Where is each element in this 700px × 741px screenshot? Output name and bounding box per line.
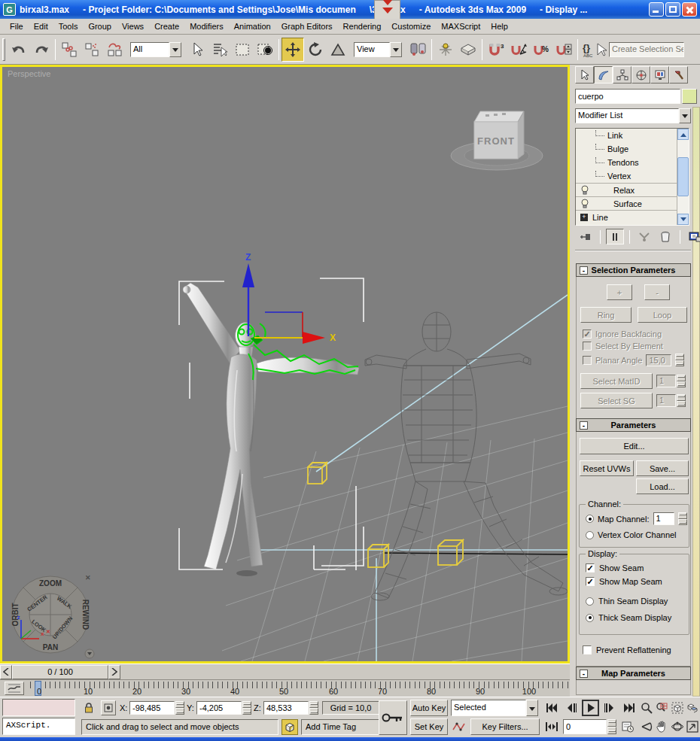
select-and-rotate-button[interactable] — [304, 38, 327, 62]
menu-graph-editors[interactable]: Graph Editors — [276, 20, 338, 32]
tab-modify[interactable] — [594, 66, 613, 84]
collapse-icon[interactable]: - — [580, 421, 588, 430]
tab-display[interactable] — [650, 66, 669, 84]
time-configuration-button[interactable] — [619, 718, 636, 735]
time-slider-prev-icon[interactable] — [0, 665, 12, 679]
tab-hierarchy[interactable] — [613, 66, 632, 84]
play-button[interactable] — [582, 700, 599, 716]
expand-icon[interactable]: + — [580, 214, 588, 221]
orbit-button[interactable] — [670, 718, 685, 735]
stack-item-bulge[interactable]: Bulge — [576, 142, 689, 156]
matid-spinner[interactable] — [677, 375, 686, 387]
track-bar[interactable]: 0 10 20 30 40 50 60 70 80 90 100 — [0, 679, 570, 697]
ring-button[interactable]: Ring — [580, 307, 632, 323]
sg-spinner[interactable] — [677, 394, 686, 407]
edit-button[interactable]: Edit... — [580, 438, 689, 454]
zoom-extents-button[interactable] — [670, 700, 685, 716]
menu-customize[interactable]: Customize — [386, 20, 436, 32]
selection-filter-dropdown[interactable]: All — [130, 42, 181, 57]
go-to-start-button[interactable] — [543, 700, 560, 716]
map-channel-field[interactable]: 1 — [653, 512, 674, 525]
object-name-input[interactable] — [575, 89, 680, 104]
close-button[interactable] — [682, 2, 697, 17]
mini-curve-editor-button[interactable] — [5, 682, 24, 695]
zoom-all-button[interactable] — [654, 700, 669, 716]
remove-modifier-button[interactable] — [656, 229, 674, 244]
snap-toggle-3d-button[interactable]: 3 — [485, 38, 507, 62]
select-by-name-button[interactable] — [208, 38, 231, 62]
frame-spinner[interactable] — [607, 719, 616, 734]
x-spinner[interactable] — [175, 701, 184, 715]
isolate-cube-icon[interactable] — [282, 719, 298, 735]
go-to-end-button[interactable] — [620, 700, 638, 716]
grow-selection-button[interactable]: + — [607, 284, 632, 300]
bind-to-space-warp-button[interactable] — [103, 38, 126, 62]
map-channel-radio[interactable] — [586, 515, 594, 523]
vertex-color-radio[interactable] — [586, 531, 594, 539]
select-and-move-button[interactable] — [282, 38, 304, 62]
stack-item-relax[interactable]: Relax — [576, 183, 689, 196]
wheel-rewind[interactable]: REWIND — [81, 600, 90, 630]
reference-coordinate-dropdown[interactable]: View — [354, 42, 402, 57]
modifier-list-dropdown[interactable]: Modifier List — [575, 108, 691, 123]
wheel-zoom[interactable]: ZOOM — [39, 579, 62, 588]
select-by-element-checkbox[interactable] — [583, 342, 592, 351]
shrink-selection-button[interactable]: - — [644, 284, 670, 300]
field-of-view-button[interactable] — [639, 718, 654, 735]
select-object-button[interactable] — [186, 38, 208, 62]
wheel-close-icon[interactable]: ✕ — [85, 574, 91, 582]
absolute-mode-toggle[interactable] — [101, 700, 116, 715]
menu-create[interactable]: Create — [149, 20, 184, 32]
percent-snap-toggle-button[interactable]: % — [530, 38, 552, 62]
select-matid-button[interactable]: Select MatID — [580, 373, 653, 389]
menu-maxscript[interactable]: MAXScript — [436, 20, 485, 32]
select-and-link-button[interactable] — [58, 38, 81, 62]
save-button[interactable]: Save... — [636, 460, 689, 476]
window-crossing-toggle-button[interactable] — [254, 38, 276, 62]
map-parameters-header[interactable]: - Map Parameters — [576, 667, 691, 680]
minimize-button[interactable] — [649, 2, 664, 17]
perspective-viewport[interactable]: X Z FRONT — [0, 65, 570, 664]
scroll-down-icon[interactable] — [677, 214, 689, 225]
parameters-header[interactable]: - Parameters — [576, 418, 691, 432]
pin-stack-button[interactable] — [577, 229, 595, 244]
prevent-reflattening-checkbox[interactable] — [583, 645, 592, 654]
scrollbar-thumb[interactable] — [677, 157, 689, 196]
pan-hand-button[interactable] — [654, 718, 669, 735]
show-map-seam-checkbox[interactable]: ✓ — [586, 577, 595, 586]
time-slider-next-icon[interactable] — [108, 665, 120, 679]
make-unique-button[interactable] — [635, 229, 653, 244]
coordinate-system-arrow[interactable] — [390, 42, 402, 57]
scroll-up-icon[interactable] — [677, 129, 689, 140]
thin-seam-radio[interactable] — [586, 597, 594, 606]
current-frame-field[interactable] — [563, 719, 607, 734]
menu-group[interactable]: Group — [83, 20, 117, 32]
download-arrows-icon[interactable] — [374, 0, 400, 20]
planar-angle-field[interactable]: 15,0 — [646, 354, 671, 366]
ignore-backfacing-checkbox[interactable]: ✓ — [583, 330, 592, 339]
loop-button[interactable]: Loop — [638, 307, 687, 323]
planar-angle-spinner[interactable] — [675, 354, 684, 366]
y-coord-field[interactable] — [196, 701, 242, 715]
zoom-button[interactable] — [639, 700, 654, 716]
load-button[interactable]: Load... — [636, 478, 689, 494]
selection-filter-arrow[interactable] — [169, 42, 181, 57]
selection-lock-toggle[interactable] — [81, 700, 96, 715]
stack-item-surface[interactable]: Surface — [576, 196, 689, 210]
maxscript-mini-listener[interactable]: AXScript. — [2, 718, 75, 735]
select-sg-button[interactable]: Select SG — [580, 393, 653, 408]
menu-edit[interactable]: Edit — [29, 20, 53, 32]
collapse-icon[interactable]: - — [580, 670, 588, 678]
keyboard-shortcut-override-button[interactable] — [457, 38, 479, 62]
map-channel-spinner[interactable] — [678, 512, 687, 525]
reset-uvws-button[interactable]: Reset UVWs — [580, 460, 634, 476]
y-spinner[interactable] — [242, 701, 251, 715]
key-mode-dropdown[interactable]: Selected — [451, 700, 538, 716]
sg-field[interactable]: 1 — [656, 394, 676, 407]
time-slider-handle[interactable]: 0 / 100 — [12, 665, 108, 679]
key-filters-curve-icon[interactable] — [451, 718, 467, 735]
z-spinner[interactable] — [309, 701, 318, 715]
stack-item-vertex[interactable]: Vertex — [576, 169, 689, 183]
configure-modifier-sets-button[interactable] — [686, 229, 700, 244]
key-filters-button[interactable]: Key Filters... — [470, 718, 540, 735]
